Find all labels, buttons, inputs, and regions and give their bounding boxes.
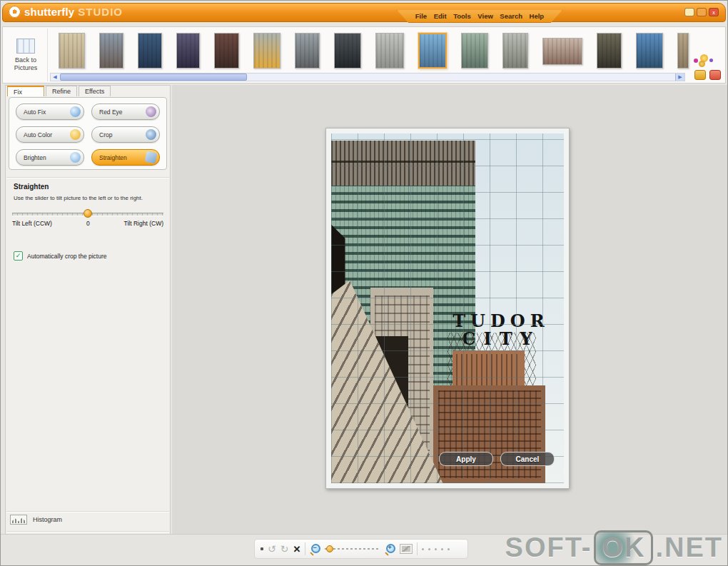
delete-icon[interactable]: ✕ — [293, 544, 300, 555]
thumbnail-strip — [50, 29, 692, 72]
tray-close-button[interactable] — [709, 70, 721, 80]
zoom-out-icon[interactable]: − — [310, 544, 320, 555]
thumbnail[interactable] — [99, 33, 123, 69]
straighten-title: Straighten — [14, 183, 49, 191]
tool-icon — [145, 151, 158, 164]
editor-canvas: TUDOR CITY Apply Cancel — [172, 85, 727, 536]
tool-icon — [70, 129, 81, 140]
back-to-pictures-button[interactable]: Back to Pictures — [4, 29, 48, 81]
zoom-in-icon[interactable]: + — [385, 544, 395, 555]
tilt-value: 0 — [86, 220, 90, 227]
edit-tabs: Fix Refine Effects — [7, 86, 112, 96]
edit-panel: Fix Refine Effects Auto Fix Red Eye — [5, 85, 171, 562]
rotate-right-icon[interactable]: ↻ — [280, 544, 289, 554]
thumbnail[interactable] — [502, 33, 528, 69]
back-to-pictures-label: Back to Pictures — [9, 56, 42, 72]
thumbnail[interactable] — [375, 33, 404, 69]
tilt-left-label: Tilt Left (CCW) — [12, 220, 52, 227]
app-logo: shutterfly STUDIO — [9, 6, 123, 18]
tilt-right-label: Tilt Right (CW) — [124, 220, 163, 227]
thumbnail-scrollbar[interactable]: ◀ ▶ — [50, 73, 685, 81]
scroll-left-icon[interactable]: ◀ — [51, 74, 59, 81]
thumbnail[interactable] — [597, 33, 622, 69]
tab-refine[interactable]: Refine — [46, 86, 77, 96]
straighten-grid-overlay — [331, 133, 564, 483]
toolbar-separator — [417, 542, 418, 555]
zoom-slider[interactable] — [325, 545, 380, 553]
photo-content: TUDOR CITY Apply Cancel — [331, 133, 564, 483]
thumbnail[interactable] — [636, 33, 663, 69]
auto-crop-option[interactable]: ✓ Automatically crop the picture — [14, 251, 107, 261]
cancel-button[interactable]: Cancel — [500, 452, 555, 466]
thumbnail[interactable] — [138, 33, 162, 69]
photo-being-edited: TUDOR CITY Apply Cancel — [325, 128, 570, 489]
thumbnail[interactable] — [295, 33, 320, 69]
tool-icon — [146, 129, 156, 140]
auto-crop-label: Automatically crop the picture — [27, 253, 107, 260]
brand-suffix: STUDIO — [78, 6, 123, 18]
close-icon[interactable]: x — [709, 8, 719, 16]
red-eye-button[interactable]: Red Eye — [91, 103, 160, 120]
share-flower-icon[interactable] — [694, 53, 712, 69]
menu-item[interactable]: Edit — [434, 12, 447, 20]
window-controls: x — [684, 8, 719, 16]
zoom-slider-track — [325, 548, 380, 550]
histogram-icon — [10, 515, 27, 525]
minimize-button[interactable] — [684, 8, 694, 16]
auto-fix-button[interactable]: Auto Fix — [16, 103, 84, 120]
bottom-bar: ↺ ↻ ✕ − + SOFT- OK .NET — [1, 534, 728, 565]
zoom-slider-thumb[interactable] — [326, 545, 333, 552]
tool-icon — [70, 106, 81, 117]
thumbnail[interactable] — [542, 38, 582, 65]
marker-dot-icon[interactable] — [261, 547, 263, 550]
menu-item[interactable]: Help — [530, 12, 545, 20]
tilt-slider[interactable] — [12, 208, 163, 218]
auto-color-button[interactable]: Auto Color — [16, 126, 84, 143]
toolbar-separator — [305, 542, 305, 555]
thumbnail[interactable] — [461, 33, 488, 69]
title-bar: shutterfly STUDIO FileEditToolsViewSearc… — [2, 3, 726, 22]
maximize-button[interactable] — [697, 8, 707, 16]
menu-item[interactable]: Search — [500, 12, 522, 20]
thumbnail-tray: Back to Pictures — [2, 26, 726, 84]
tab-effects[interactable]: Effects — [79, 86, 111, 96]
scrollbar-thumb[interactable] — [60, 74, 247, 81]
thumbnail[interactable] — [59, 33, 85, 69]
fix-tools-panel: Auto Fix Red Eye Auto Color Crop — [9, 97, 167, 170]
menu-bar: FileEditToolsViewSearchHelp — [397, 10, 562, 23]
shutterfly-studio-window: shutterfly STUDIO FileEditToolsViewSearc… — [0, 0, 728, 566]
tool-icon — [70, 152, 81, 163]
straighten-button[interactable]: Straighten — [91, 149, 160, 166]
thumbnail[interactable] — [334, 33, 361, 69]
thumbnail[interactable] — [418, 33, 447, 69]
menu-item[interactable]: File — [415, 12, 427, 20]
auto-crop-checkbox[interactable]: ✓ — [14, 251, 23, 261]
menu-item[interactable]: View — [477, 12, 492, 20]
view-toolbar: ↺ ↻ ✕ − + — [254, 539, 468, 559]
brighten-button[interactable]: Brighten — [16, 149, 84, 166]
tilt-slider-thumb[interactable] — [84, 209, 92, 218]
divider — [6, 177, 169, 178]
soft-ok-watermark: SOFT- OK .NET — [505, 530, 723, 565]
fit-to-window-button[interactable] — [400, 544, 413, 554]
rotate-left-icon[interactable]: ↺ — [268, 544, 276, 554]
apply-button[interactable]: Apply — [439, 452, 493, 466]
pager-dots — [422, 548, 450, 550]
shutterfly-logo-icon — [9, 6, 21, 18]
tray-toggle-button[interactable] — [694, 70, 706, 80]
straighten-description: Use the slider to tilt picture to the le… — [14, 195, 166, 201]
thumbnail[interactable] — [253, 33, 280, 69]
watermark-ok-badge: OK — [594, 530, 653, 565]
tab-fix[interactable]: Fix — [7, 86, 44, 96]
tilt-slider-labels: Tilt Left (CCW) 0 Tilt Right (CW) — [12, 220, 163, 227]
thumbnail[interactable] — [214, 33, 239, 69]
thumbnail[interactable] — [176, 33, 200, 69]
crop-button[interactable]: Crop — [91, 126, 160, 143]
divider — [6, 511, 169, 512]
menu-item[interactable]: Tools — [453, 12, 471, 20]
histogram-button[interactable]: Histogram — [10, 515, 62, 525]
photo-action-buttons: Apply Cancel — [331, 452, 555, 466]
divider — [6, 531, 169, 532]
histogram-label: Histogram — [33, 516, 62, 523]
tray-right-section — [682, 27, 724, 83]
